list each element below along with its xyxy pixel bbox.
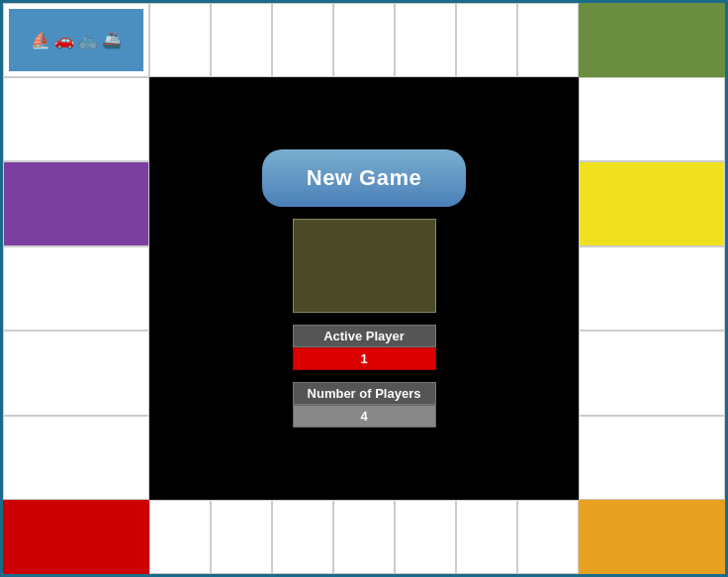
left-cell-3 — [4, 246, 148, 331]
bottom-cell-2 — [211, 501, 272, 573]
top-cell-5 — [395, 4, 456, 76]
new-game-button[interactable]: New Game — [262, 149, 467, 207]
corner-bottom-right — [579, 500, 725, 574]
bottom-cell-1 — [149, 501, 211, 573]
bottom-cell-4 — [333, 501, 395, 573]
side-top — [149, 3, 579, 77]
center-area: New Game Active Player 1 Number of Playe… — [149, 77, 579, 500]
corner-top-left: ⛵ 🚗 🚲 🚢 — [3, 3, 149, 77]
top-cell-1 — [149, 4, 211, 76]
corner-bottom-left — [3, 500, 149, 574]
top-cell-4 — [333, 4, 395, 76]
bottom-cell-5 — [395, 501, 456, 573]
active-player-panel: Active Player 1 — [293, 325, 436, 370]
num-players-value: 4 — [293, 405, 436, 428]
right-cell-5 — [580, 416, 724, 500]
left-cell-2 — [4, 161, 148, 245]
top-cell-3 — [272, 4, 333, 76]
bottom-cell-3 — [272, 501, 333, 573]
corner-top-right — [579, 3, 725, 77]
num-players-label: Number of Players — [293, 382, 436, 405]
bottom-cell-6 — [456, 501, 517, 573]
top-cell-7 — [517, 4, 579, 76]
game-canvas — [293, 219, 436, 313]
right-cell-4 — [580, 331, 724, 415]
top-cell-2 — [211, 4, 272, 76]
ship-icon: 🚢 — [102, 31, 122, 49]
board-container: ⛵ 🚗 🚲 🚢 New Game — [0, 0, 728, 577]
bike-icon: 🚲 — [78, 31, 98, 49]
side-bottom — [149, 500, 579, 574]
active-player-value: 1 — [293, 347, 436, 370]
boat-icon: ⛵ — [31, 31, 50, 49]
car-icon: 🚗 — [54, 31, 74, 49]
side-right — [579, 77, 725, 500]
active-player-label: Active Player — [293, 325, 436, 347]
side-left — [3, 77, 149, 500]
board: ⛵ 🚗 🚲 🚢 New Game — [3, 3, 725, 574]
right-cell-2 — [580, 161, 724, 245]
left-cell-1 — [4, 77, 148, 161]
token-icons: ⛵ 🚗 🚲 🚢 — [9, 9, 143, 71]
left-cell-5 — [4, 416, 148, 500]
bottom-cell-7 — [517, 501, 579, 573]
left-cell-4 — [4, 331, 148, 415]
top-cell-6 — [456, 4, 517, 76]
right-cell-1 — [580, 77, 724, 161]
right-cell-3 — [580, 246, 724, 331]
num-players-panel: Number of Players 4 — [293, 382, 436, 428]
